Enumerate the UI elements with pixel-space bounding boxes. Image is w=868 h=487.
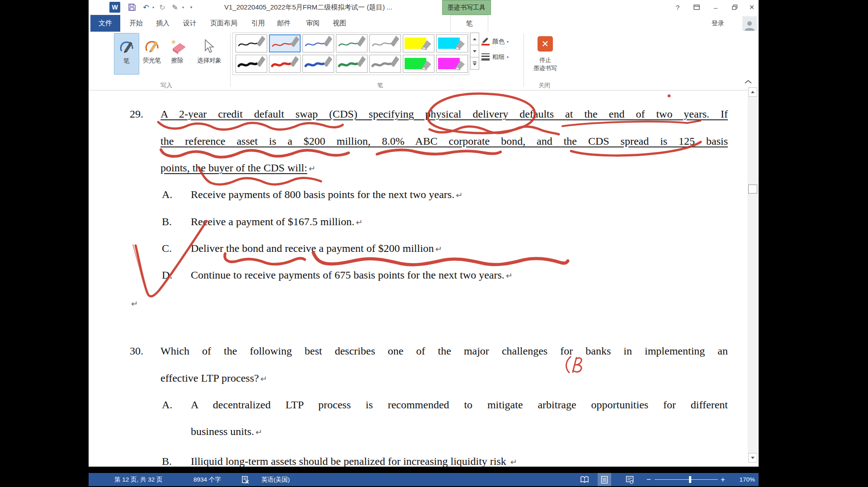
- pilcrow-mark: ↵: [260, 372, 267, 386]
- gallery-scroll-down-icon[interactable]: [470, 45, 479, 57]
- gallery-more-icon[interactable]: [470, 57, 479, 70]
- pilcrow-mark: ↵: [435, 242, 442, 256]
- scrollbar-thumb[interactable]: [748, 184, 757, 194]
- document-canvas[interactable]: 29. A 2-year credit default swap (CDS) s…: [89, 90, 759, 467]
- pen-gallery: [232, 33, 469, 75]
- page-indicator[interactable]: 第 12 页, 共 32 页: [114, 473, 163, 486]
- pen-gallery-cell-pen[interactable]: [336, 55, 368, 73]
- eraser-tool-button[interactable]: ✳ 擦除: [165, 33, 189, 75]
- stop-inking-icon: ✕: [538, 36, 553, 52]
- vertical-scrollbar[interactable]: [748, 97, 758, 453]
- scroll-up-icon[interactable]: [748, 87, 757, 97]
- pen-gallery-cell-highlighter[interactable]: [403, 55, 434, 73]
- collapse-ribbon-icon[interactable]: [744, 78, 752, 86]
- zoom-out-button[interactable]: −: [646, 473, 651, 486]
- pen-gallery-scroll: [470, 33, 479, 69]
- tab-view[interactable]: 视图: [333, 15, 346, 32]
- pen-gallery-cell-highlighter[interactable]: [436, 55, 468, 73]
- pilcrow-mark: ↵: [309, 161, 316, 176]
- pen-gallery-cell-pen[interactable]: [302, 55, 334, 73]
- pen-icon: [118, 37, 135, 57]
- ink-color-button[interactable]: 颜色 ▾: [481, 35, 511, 48]
- scroll-down-icon[interactable]: [748, 453, 757, 463]
- save-icon[interactable]: [127, 2, 137, 13]
- word-logo-icon: W: [109, 2, 120, 13]
- word-window: W ↶ ▾ ↻ ✎ ▾ ▾ V1_20220405_2022年5月FRM二级模拟…: [89, 0, 759, 467]
- tab-mailings[interactable]: 邮件: [277, 15, 291, 32]
- restore-button[interactable]: [728, 2, 741, 12]
- read-mode-button[interactable]: [578, 473, 591, 486]
- pen-gallery-cell-pen[interactable]: [236, 55, 267, 73]
- pen-gallery-cell-pen[interactable]: [236, 34, 267, 52]
- ribbon-display-options-button[interactable]: [690, 2, 703, 12]
- select-arrow-icon: [203, 37, 215, 57]
- tab-design[interactable]: 设计: [183, 15, 197, 32]
- highlighter-tool-button[interactable]: 荧光笔: [140, 33, 164, 75]
- tab-pen-active[interactable]: 笔: [450, 15, 488, 32]
- highlighter-icon: [143, 37, 160, 57]
- color-dropdown-icon: ▾: [507, 40, 511, 44]
- thickness-dropdown-icon: ▾: [507, 55, 511, 59]
- pen-gallery-row-1: [236, 34, 468, 52]
- close-button[interactable]: ×: [745, 2, 759, 12]
- pen-gallery-cell-pen[interactable]: [336, 34, 368, 52]
- zoom-slider-thumb[interactable]: [689, 476, 691, 483]
- pen-gallery-cell-pen[interactable]: [369, 55, 401, 73]
- pen-gallery-cell-pen[interactable]: [269, 55, 301, 73]
- pilcrow-mark: ↵: [356, 215, 363, 230]
- pen-gallery-cell-pen[interactable]: [269, 34, 301, 52]
- pen-gallery-row-2: [236, 55, 468, 73]
- proofing-status-icon[interactable]: [241, 473, 250, 486]
- q29-number: 29.: [130, 107, 143, 121]
- tab-file[interactable]: 文件: [90, 15, 120, 32]
- eraser-tool-label: 擦除: [171, 57, 184, 65]
- minimize-button[interactable]: –: [709, 2, 722, 12]
- redo-icon[interactable]: ↻: [157, 2, 167, 13]
- pen-gallery-cell-pen[interactable]: [302, 34, 334, 52]
- word-count[interactable]: 8934 个字: [193, 473, 221, 486]
- sign-in-link[interactable]: 登录: [712, 19, 724, 28]
- ink-thickness-button[interactable]: 粗细 ▾: [481, 51, 511, 63]
- pen-gallery-cell-highlighter[interactable]: [403, 34, 434, 52]
- tab-page-layout[interactable]: 页面布局: [210, 15, 237, 32]
- web-layout-button[interactable]: [623, 473, 637, 486]
- avatar[interactable]: [742, 16, 757, 31]
- zoom-level[interactable]: 170%: [732, 473, 755, 486]
- pilcrow-mark: ↵: [510, 455, 517, 467]
- tab-review[interactable]: 审阅: [306, 15, 320, 32]
- ink-pointer-dropdown-icon[interactable]: ▾: [181, 2, 185, 13]
- undo-icon[interactable]: ↶: [141, 2, 151, 13]
- print-layout-button[interactable]: [598, 473, 611, 486]
- undo-dropdown-icon[interactable]: ▾: [151, 2, 156, 13]
- zoom-slider-track[interactable]: [655, 479, 718, 480]
- pen-tool-label: 笔: [123, 57, 130, 65]
- help-button[interactable]: ?: [671, 2, 684, 12]
- language-indicator[interactable]: 英语(美国): [261, 473, 290, 486]
- ink-pointer-icon[interactable]: ✎: [170, 2, 180, 13]
- pilcrow-mark: ↵: [506, 269, 513, 283]
- select-objects-label: 选择对象: [197, 57, 222, 65]
- qat-customize-icon[interactable]: ▾: [188, 2, 194, 13]
- color-label: 颜色: [492, 38, 505, 46]
- stop-inking-label-1: 停止: [539, 56, 551, 64]
- pen-gallery-cell-pen[interactable]: [369, 34, 401, 52]
- pens-group-label: 笔: [377, 81, 383, 90]
- tab-home[interactable]: 开始: [129, 15, 143, 32]
- tab-references[interactable]: 引用: [251, 15, 265, 32]
- close-group-label: 关闭: [538, 81, 550, 90]
- svg-text:✳: ✳: [171, 38, 176, 46]
- pen-tool-button[interactable]: 笔: [114, 33, 139, 75]
- zoom-in-button[interactable]: +: [721, 473, 725, 486]
- pilcrow-mark: ↵: [255, 425, 262, 440]
- gallery-scroll-up-icon[interactable]: [470, 33, 479, 45]
- color-icon: [481, 37, 490, 47]
- document-title: V1_20220405_2022年5月FRM二级模拟考试一 (题目) ...: [224, 3, 392, 12]
- stop-inking-button[interactable]: ✕ 停止 墨迹书写: [526, 33, 564, 79]
- thickness-icon: [481, 52, 490, 62]
- tab-insert[interactable]: 插入: [156, 15, 170, 32]
- write-group-label: 写入: [160, 81, 172, 90]
- ink-tools-contextual-header: 墨迹书写工具: [442, 0, 491, 15]
- pen-gallery-cell-highlighter[interactable]: [436, 34, 468, 52]
- select-objects-button[interactable]: 选择对象: [192, 33, 227, 75]
- q30-number: 30.: [130, 344, 143, 358]
